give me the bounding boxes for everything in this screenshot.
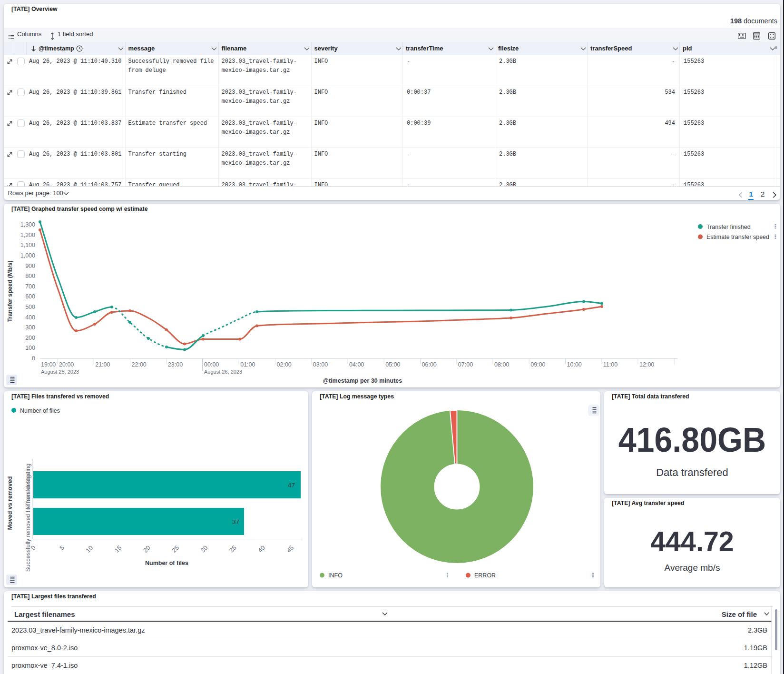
svg-text:1,000: 1,000 <box>20 252 35 259</box>
svg-text:900: 900 <box>25 263 35 269</box>
svg-text:5: 5 <box>58 544 66 552</box>
svg-text:00:00: 00:00 <box>204 361 219 368</box>
svg-text:10: 10 <box>84 544 94 554</box>
svg-text:0: 0 <box>32 355 35 362</box>
svg-text:21:00: 21:00 <box>95 361 110 368</box>
svg-text:800: 800 <box>25 273 35 279</box>
svg-text:30: 30 <box>199 544 209 554</box>
svg-text:12:00: 12:00 <box>639 361 654 368</box>
svg-text:19:00: 19:00 <box>41 361 56 368</box>
svg-text:09:00: 09:00 <box>530 361 545 368</box>
svg-text:Moved vs removed: Moved vs removed <box>7 476 13 530</box>
svg-text:Number of files: Number of files <box>145 560 188 566</box>
svg-text:07:00: 07:00 <box>458 361 473 368</box>
svg-text:INFO: INFO <box>328 572 343 579</box>
svg-text:Successfully removed file from: Successfully removed file from deluge <box>25 472 31 572</box>
svg-text:500: 500 <box>25 304 35 310</box>
svg-text:600: 600 <box>25 293 35 300</box>
svg-text:45: 45 <box>285 544 295 554</box>
svg-text:37: 37 <box>232 518 239 525</box>
svg-text:200: 200 <box>25 335 35 341</box>
svg-text:400: 400 <box>25 314 35 321</box>
svg-text:01:00: 01:00 <box>240 361 255 368</box>
svg-text:300: 300 <box>25 324 35 331</box>
svg-text:06:00: 06:00 <box>422 361 437 368</box>
svg-text:Transfer speed (Mb/s): Transfer speed (Mb/s) <box>7 260 13 322</box>
svg-text:1,100: 1,100 <box>20 242 35 248</box>
svg-text:Transfer finished: Transfer finished <box>706 224 751 230</box>
svg-text:100: 100 <box>25 345 35 351</box>
svg-text:08:00: 08:00 <box>494 361 509 368</box>
svg-text:23:00: 23:00 <box>168 361 183 368</box>
svg-text:ERROR: ERROR <box>474 572 496 579</box>
svg-text:40: 40 <box>256 544 266 554</box>
svg-text:10:00: 10:00 <box>567 361 582 368</box>
svg-text:1,200: 1,200 <box>20 232 35 238</box>
svg-text:@timestamp per 30 minutes: @timestamp per 30 minutes <box>323 377 402 384</box>
svg-text:700: 700 <box>25 283 35 290</box>
svg-text:1,300: 1,300 <box>20 221 35 228</box>
svg-text:04:00: 04:00 <box>349 361 364 368</box>
svg-text:35: 35 <box>228 544 238 554</box>
svg-text:03:00: 03:00 <box>313 361 328 368</box>
svg-text:22:00: 22:00 <box>132 361 147 368</box>
svg-text:20:00: 20:00 <box>59 361 74 368</box>
svg-text:August 25, 2023: August 25, 2023 <box>41 369 79 375</box>
svg-text:02:00: 02:00 <box>277 361 292 368</box>
svg-text:20: 20 <box>142 544 152 554</box>
svg-text:05:00: 05:00 <box>385 361 400 368</box>
svg-text:47: 47 <box>288 482 295 489</box>
svg-text:11:00: 11:00 <box>603 361 617 368</box>
svg-text:August 26, 2023: August 26, 2023 <box>204 369 242 375</box>
svg-text:25: 25 <box>170 544 180 554</box>
svg-text:15: 15 <box>113 544 123 554</box>
svg-text:Number of files: Number of files <box>20 407 60 414</box>
svg-text:Estimate transfer speed: Estimate transfer speed <box>706 234 769 240</box>
